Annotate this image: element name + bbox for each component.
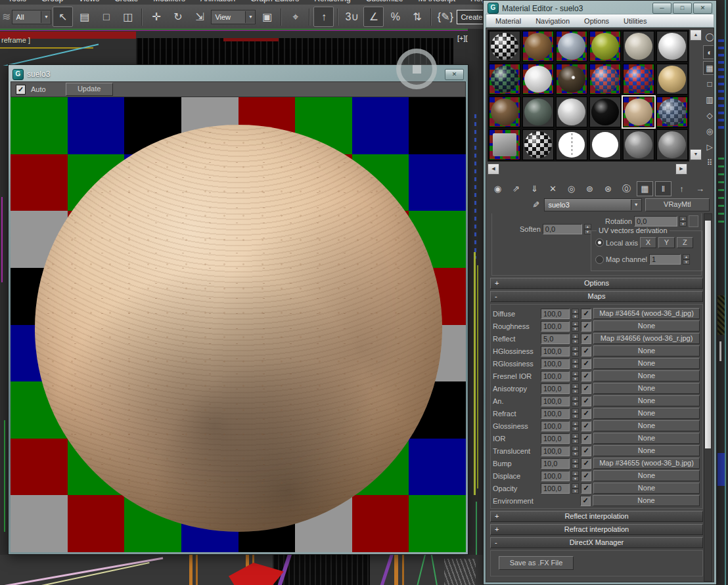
map-amount-spinner[interactable]: ▴▾: [572, 371, 579, 381]
spinner-up-icon[interactable]: ▴: [584, 224, 591, 229]
sample-slot-21[interactable]: [556, 129, 587, 160]
spinner-down-icon[interactable]: ▾: [683, 259, 690, 265]
sample-slot-2[interactable]: [522, 31, 554, 62]
map-amount-field[interactable]: 100,0: [541, 421, 570, 431]
map-slot-button[interactable]: None: [593, 345, 700, 357]
map-amount-field[interactable]: 5,0: [541, 334, 570, 344]
make-unique-button[interactable]: ⊚: [581, 181, 598, 196]
spinner-up-icon[interactable]: ▴: [572, 371, 579, 376]
map-amount-field[interactable]: 100,0: [541, 371, 570, 381]
sample-slot-20[interactable]: [522, 129, 554, 160]
map-slot-button[interactable]: None: [593, 483, 700, 494]
video-color-check-button[interactable]: ▥: [703, 93, 714, 106]
make-preview-button[interactable]: ◇: [703, 108, 714, 122]
map-slot-button[interactable]: None: [593, 420, 700, 431]
minimize-button[interactable]: ─: [652, 3, 671, 14]
map-enable-checkbox[interactable]: ✓: [581, 408, 591, 419]
map-amount-spinner[interactable]: ▴▾: [572, 309, 579, 319]
select-and-scale-button[interactable]: ⇲: [189, 7, 210, 27]
backlight-button[interactable]: ◐: [703, 45, 714, 59]
spinner-down-icon[interactable]: ▾: [572, 326, 579, 332]
menu-tools[interactable]: Tools: [8, 0, 26, 3]
map-amount-field[interactable]: 100,0: [541, 383, 570, 394]
map-enable-checkbox[interactable]: ✓: [581, 471, 591, 481]
map-slot-button[interactable]: None: [593, 370, 700, 381]
map-enable-checkbox[interactable]: ✓: [581, 446, 591, 456]
put-to-library-button[interactable]: ⊛: [600, 181, 616, 196]
sample-slot-8[interactable]: [522, 64, 554, 95]
background-button[interactable]: ▦: [703, 61, 714, 75]
auto-checkbox[interactable]: ✓: [16, 85, 26, 95]
rollout-refract-interpolation[interactable]: + Refract interpolation: [490, 524, 703, 535]
me-menu-options[interactable]: Options: [578, 16, 616, 26]
spinner-down-icon[interactable]: ▾: [572, 401, 579, 406]
go-to-sibling-button[interactable]: →: [692, 181, 708, 196]
spinner-down-icon[interactable]: ▾: [572, 439, 579, 444]
spinner-up-icon[interactable]: ▴: [683, 254, 690, 259]
map-channel-radio[interactable]: [595, 255, 604, 264]
spinner-up-icon[interactable]: ▴: [572, 446, 579, 451]
spinner-up-icon[interactable]: ▴: [572, 358, 579, 364]
named-selection-sets-button[interactable]: {✎}: [435, 7, 455, 27]
map-enable-checkbox[interactable]: ✓: [581, 396, 591, 406]
sample-slot-11[interactable]: [623, 64, 654, 95]
spinner-snap-button[interactable]: ⇅: [407, 7, 427, 27]
me-menu-material[interactable]: Material: [489, 16, 528, 26]
map-amount-spinner[interactable]: ▴▾: [572, 334, 579, 344]
map-amount-spinner[interactable]: ▴▾: [572, 421, 579, 431]
axis-x-button[interactable]: X: [640, 237, 656, 248]
map-slot-button[interactable]: Map #34655 (wood-36_b.jpg): [593, 458, 700, 469]
map-amount-spinner[interactable]: ▴▾: [572, 483, 579, 494]
material-map-navigator-button[interactable]: ⠿: [703, 156, 714, 169]
spinner-down-icon[interactable]: ▾: [572, 426, 579, 431]
slots-scroll-right-button[interactable]: ▶: [675, 163, 687, 175]
sample-slot-10[interactable]: [589, 64, 621, 95]
sample-slot-14[interactable]: [522, 97, 554, 127]
selection-filter-dropdown[interactable]: All▼: [12, 10, 51, 24]
spinner-down-icon[interactable]: ▾: [572, 314, 579, 319]
window-crossing-button[interactable]: ◫: [118, 7, 138, 27]
get-material-button[interactable]: ◉: [489, 181, 506, 196]
sample-slot-23[interactable]: [623, 129, 654, 160]
menu-group[interactable]: Group: [41, 0, 63, 3]
me-menu-navigation[interactable]: Navigation: [529, 16, 576, 26]
map-enable-checkbox[interactable]: ✓: [581, 346, 591, 357]
options-button[interactable]: ◎: [703, 124, 714, 138]
sample-slot-7[interactable]: [489, 64, 520, 95]
select-by-material-button[interactable]: ▷: [703, 140, 714, 154]
material-editor-titlebar[interactable]: G Material Editor - suelo3 ─□✕: [486, 3, 714, 14]
spinner-down-icon[interactable]: ▾: [679, 221, 687, 227]
map-amount-field[interactable]: 100,0: [541, 446, 570, 456]
spinner-down-icon[interactable]: ▾: [572, 389, 579, 394]
scrollbar-thumb[interactable]: [705, 221, 711, 448]
sample-slot-24[interactable]: [656, 129, 688, 160]
show-end-result-button[interactable]: ‖: [655, 181, 671, 196]
sample-slot-19[interactable]: [489, 129, 520, 160]
spinner-down-icon[interactable]: ▾: [572, 476, 579, 481]
material-id-channel-button[interactable]: ⓪: [618, 181, 635, 196]
close-button[interactable]: ✕: [445, 69, 464, 80]
spinner-up-icon[interactable]: ▴: [679, 216, 687, 221]
spinner-up-icon[interactable]: ▴: [572, 346, 579, 351]
sample-slot-5[interactable]: [623, 31, 654, 62]
map-slot-button[interactable]: None: [593, 470, 700, 481]
spinner-up-icon[interactable]: ▴: [572, 383, 579, 389]
map-enable-checkbox[interactable]: ✓: [581, 358, 591, 369]
map-amount-field[interactable]: 100,0: [541, 433, 570, 444]
use-pivot-center-button[interactable]: ▣: [257, 7, 277, 27]
map-slot-button[interactable]: None: [593, 395, 700, 406]
update-button[interactable]: Update: [66, 83, 113, 96]
select-and-manipulate-button[interactable]: ⌖: [285, 7, 306, 27]
map-amount-field[interactable]: 100,0: [541, 408, 570, 419]
spinner-up-icon[interactable]: ▴: [572, 458, 579, 464]
sample-slot-22[interactable]: [589, 129, 621, 160]
map-slot-button[interactable]: Map #34656 (wood-36_r.jpg): [593, 333, 700, 344]
rotation-field[interactable]: 0,0: [634, 216, 677, 227]
snaps-toggle-button[interactable]: 3∪: [342, 7, 362, 27]
show-map-in-viewport-button[interactable]: ▦: [637, 181, 653, 196]
map-amount-spinner[interactable]: ▴▾: [572, 433, 579, 444]
sample-slot-13[interactable]: [489, 97, 520, 127]
spinner-up-icon[interactable]: ▴: [572, 483, 579, 488]
me-menu-utilities[interactable]: Utilities: [617, 16, 653, 26]
axis-y-button[interactable]: Y: [658, 237, 675, 248]
